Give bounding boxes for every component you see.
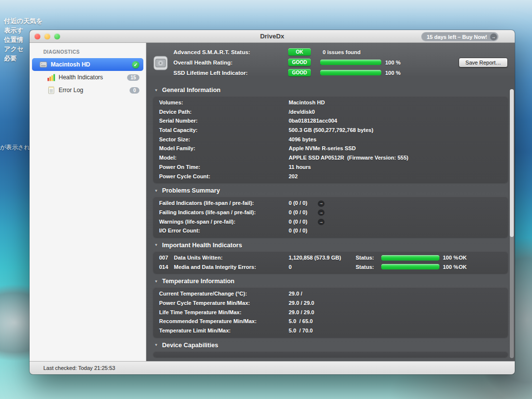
table-row: I/O Error Count:0 (0 / 0) xyxy=(153,226,508,235)
summary-row-label: Advanced S.M.A.R.T. Status: xyxy=(173,49,288,55)
health-ok-checkmark-icon: ✓ xyxy=(132,61,139,68)
save-report-button[interactable]: Save Report… xyxy=(459,58,508,67)
row-label: Data Units Written: xyxy=(174,253,223,263)
table-row: 007Data Units Written:1,120,858 (573.9 G… xyxy=(153,253,508,263)
row-value: 29.0 / 29.0 xyxy=(289,299,314,308)
sidebar-item-macintosh-hd[interactable]: Macintosh HD✓ xyxy=(32,58,143,71)
row-label: Model: xyxy=(159,153,176,163)
details-arrow-button[interactable]: → xyxy=(318,209,325,216)
bar-chart-icon xyxy=(47,73,55,81)
sidebar-item-badge: 0 xyxy=(130,87,139,94)
table-row: Power Cycle Count:202 xyxy=(153,172,508,181)
row-value: 500.3 GB (500,277,792,768 bytes) xyxy=(289,126,373,135)
log-icon xyxy=(47,86,55,94)
row-value: 4096 bytes xyxy=(289,135,316,144)
ok-label: OK xyxy=(459,263,467,272)
row-label: Power Cycle Count: xyxy=(159,172,210,181)
ok-label: OK xyxy=(459,253,467,263)
sidebar-header: DIAGNOSTICS xyxy=(30,48,146,58)
row-value: Macintosh HD xyxy=(289,98,325,107)
progress-bar xyxy=(381,264,439,269)
row-label: Sector Size: xyxy=(159,135,190,144)
main-panel: Advanced S.M.A.R.T. Status:OK0 issues fo… xyxy=(146,43,515,361)
indicator-id: 014 xyxy=(159,263,168,272)
row-label: Device Path: xyxy=(159,107,192,117)
status-badge: OK xyxy=(288,48,311,56)
buy-now-arrow-icon: → xyxy=(490,33,497,40)
table-row: Sector Size:4096 bytes xyxy=(153,135,508,144)
section-header-temperature[interactable]: ▼Temperature Information xyxy=(153,273,508,287)
section-box-capabilities xyxy=(153,351,508,357)
sidebar-item-label: Macintosh HD xyxy=(51,61,90,68)
disclosure-triangle-icon: ▼ xyxy=(154,343,158,347)
row-value: APPLE SSD AP0512R (Firmware Version: 555… xyxy=(289,153,408,163)
disk-icon xyxy=(153,55,168,71)
section-title: Important Health Indicators xyxy=(162,242,242,249)
status-label: Status: xyxy=(356,263,374,272)
disclosure-triangle-icon: ▼ xyxy=(154,88,158,93)
sidebar-item-error-log[interactable]: Error Log0 xyxy=(32,84,143,97)
progress-bar-fill xyxy=(320,60,381,65)
disclosure-triangle-icon: ▼ xyxy=(154,189,158,193)
sidebar-item-health-indicators[interactable]: Health Indicators15 xyxy=(32,71,143,84)
section-header-general[interactable]: ▼General Information xyxy=(153,82,508,96)
row-value: 0 (0 / 0) xyxy=(289,226,307,235)
status-label: Status: xyxy=(356,253,374,263)
sidebar-item-badge: 15 xyxy=(127,74,139,81)
summary-panel: Advanced S.M.A.R.T. Status:OK0 issues fo… xyxy=(146,43,515,82)
titlebar: DriveDx 15 days left – Buy Now! → xyxy=(30,30,515,43)
row-label: I/O Error Count: xyxy=(159,226,200,235)
details-arrow-button[interactable]: → xyxy=(318,218,325,225)
row-label: Failed Indicators (life-span / pre-fail)… xyxy=(159,199,254,208)
table-row: Failing Indicators (life-span / pre-fail… xyxy=(153,208,508,217)
table-row: Life Time Temperature Min/Max:29.0 / 29.… xyxy=(153,308,508,317)
row-label: Current Temperature/Change (°C): xyxy=(159,289,247,299)
section-header-health[interactable]: ▼Important Health Indicators xyxy=(153,237,508,251)
section-title: Problems Summary xyxy=(162,187,220,194)
section-header-capabilities[interactable]: ▼Device Capabilities xyxy=(153,337,508,351)
table-row: Current Temperature/Change (°C):29.0 / xyxy=(153,289,508,299)
section-box-general: Volumes:Macintosh HDDevice Path:/dev/dis… xyxy=(153,96,508,183)
sidebar: DIAGNOSTICS Macintosh HD✓Health Indicato… xyxy=(30,43,146,361)
row-label: Recommended Temperature Min/Max: xyxy=(159,317,257,326)
details-arrow-button[interactable]: → xyxy=(318,200,325,207)
desktop-text-line: 付近の天気を xyxy=(4,16,43,26)
row-value: 0 (0 / 0) xyxy=(289,199,307,208)
percent-label: 100 % xyxy=(385,60,400,66)
summary-row: SSD Lifetime Left Indicator:GOOD100 % xyxy=(173,67,515,78)
row-value: 0 xyxy=(289,263,292,272)
row-label: Warnings (life-span / pre-fail): xyxy=(159,217,235,227)
sections: ▼General InformationVolumes:Macintosh HD… xyxy=(146,82,515,357)
summary-row: Advanced S.M.A.R.T. Status:OK0 issues fo… xyxy=(173,47,515,57)
sidebar-item-label: Health Indicators xyxy=(59,74,103,81)
table-row: Model Family:Apple NVMe R-series SSD xyxy=(153,144,508,153)
section-box-problems: Failed Indicators (life-span / pre-fail)… xyxy=(153,197,508,237)
table-row: Failed Indicators (life-span / pre-fail)… xyxy=(153,199,508,208)
section-header-problems[interactable]: ▼Problems Summary xyxy=(153,183,508,197)
row-value: Apple NVMe R-series SSD xyxy=(289,144,356,153)
table-row: Serial Number:0ba0181281acc004 xyxy=(153,116,508,126)
drive-icon xyxy=(39,61,47,68)
progress-bar xyxy=(320,60,381,65)
summary-row-label: SSD Lifetime Left Indicator: xyxy=(173,70,288,76)
row-value: 0 (0 / 0) xyxy=(289,217,307,227)
row-value: 29.0 / xyxy=(289,289,302,299)
table-row: Volumes:Macintosh HD xyxy=(153,98,508,107)
percent-label: 100 % xyxy=(443,263,458,272)
section-title: General Information xyxy=(162,87,221,94)
status-badge: GOOD xyxy=(288,69,311,76)
row-label: Volumes: xyxy=(159,98,183,107)
table-row: Device Path:/dev/disk0 xyxy=(153,107,508,117)
drivedx-window: DriveDx 15 days left – Buy Now! → DIAGNO… xyxy=(30,30,515,374)
trial-badge[interactable]: 15 days left – Buy Now! → xyxy=(421,32,499,41)
row-value: 202 xyxy=(289,172,298,181)
percent-label: 100 % xyxy=(385,70,400,76)
row-value: 5.0 / 70.0 xyxy=(289,326,313,335)
table-row: 014Media and Data Integrity Errors:0Stat… xyxy=(153,263,508,272)
scrollbar-thumb[interactable] xyxy=(510,89,514,237)
percent-label: 100 % xyxy=(443,253,458,263)
issues-found-label: 0 issues found xyxy=(323,49,361,55)
section-box-temperature: Current Temperature/Change (°C):29.0 /Po… xyxy=(153,287,508,337)
row-label: Life Time Temperature Min/Max: xyxy=(159,308,241,317)
section-title: Temperature Information xyxy=(162,278,234,285)
